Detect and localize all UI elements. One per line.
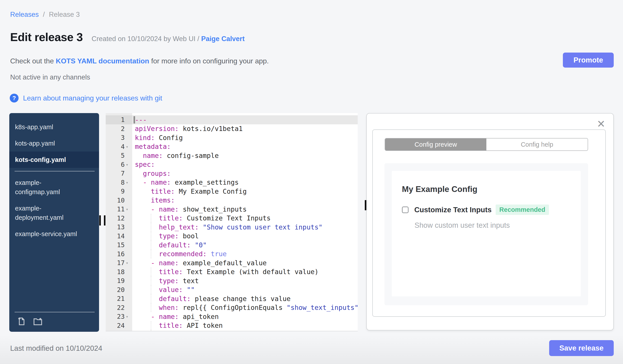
channel-status: Not active in any channels (10, 73, 90, 81)
promote-button[interactable]: Promote (563, 53, 614, 68)
code-line[interactable]: 25 type: password (106, 330, 358, 331)
code-line[interactable]: 4▾metadata: (106, 142, 358, 151)
tree-divider (15, 171, 95, 171)
author-link[interactable]: Paige Calvert (201, 35, 245, 43)
file-tree-item[interactable]: example-configmap.yaml (9, 175, 99, 200)
file-tree-item[interactable]: kots-config.yaml (9, 152, 99, 168)
code-line[interactable]: 2apiVersion: kots.io/v1beta1 (106, 124, 358, 133)
line-number: 1 (106, 115, 132, 124)
file-tree-bottom-group: example-configmap.yamlexample-deployment… (9, 175, 99, 242)
fold-arrow-icon[interactable]: ▾ (125, 261, 132, 265)
code-text: recommended: true (132, 250, 358, 259)
line-number: 25 (106, 330, 132, 331)
kots-yaml-doc-link[interactable]: KOTS YAML documentation (56, 57, 149, 65)
line-number: 4▾ (106, 142, 132, 151)
page-title: Edit release 3 (10, 30, 83, 44)
save-release-button[interactable]: Save release (549, 340, 614, 356)
code-text: - name: example_settings (132, 178, 358, 187)
line-number: 18 (106, 267, 132, 277)
code-text: --- (132, 115, 358, 124)
code-line[interactable]: 16 recommended: true (106, 250, 358, 259)
code-text: - name: example_default_value (132, 258, 358, 267)
code-text: when: repl{{ ConfigOptionEquals "show_te… (132, 303, 358, 312)
config-item-row: Customize Text Inputs Recommended (402, 204, 572, 215)
code-line[interactable]: 10 items: (106, 196, 358, 205)
line-number: 5 (106, 151, 132, 160)
code-line[interactable]: 3kind: Config (106, 133, 358, 142)
file-tree-item[interactable]: k8s-app.yaml (9, 119, 99, 135)
code-text: type: password (132, 330, 358, 331)
created-text: Created on 10/10/2024 by Web UI / (91, 35, 201, 43)
file-tree-item[interactable]: example-deployment.yaml (9, 200, 99, 226)
code-line[interactable]: 23▾ - name: api_token (106, 312, 358, 321)
code-line[interactable]: 1--- (106, 115, 358, 124)
code-line[interactable]: 9 title: My Example Config (106, 187, 358, 196)
yaml-code-editor[interactable]: 1---2apiVersion: kots.io/v1beta13kind: C… (106, 113, 358, 331)
code-text: title: Text Example (with default value) (132, 267, 358, 277)
code-text: type: bool (132, 232, 358, 241)
code-text: kind: Config (132, 133, 358, 142)
tab-config-help[interactable]: Config help (486, 139, 588, 150)
line-number: 23▾ (106, 312, 132, 321)
code-text: default: please change this value (132, 294, 358, 303)
code-line[interactable]: 11▾ - name: show_text_inputs (106, 205, 358, 214)
sidebar-editor-resize-handle[interactable] (99, 215, 106, 225)
code-line[interactable]: 20 value: "" (106, 285, 358, 294)
close-icon[interactable]: ✕ (597, 119, 605, 129)
code-line[interactable]: 5 name: config-sample (106, 151, 358, 160)
code-text: title: My Example Config (132, 187, 358, 196)
code-line[interactable]: 22 when: repl{{ ConfigOptionEquals "show… (106, 303, 358, 312)
code-text: value: "" (132, 285, 358, 294)
line-number: 10 (106, 196, 132, 205)
code-line[interactable]: 24 title: API token (106, 321, 358, 330)
code-line[interactable]: 6▾spec: (106, 160, 358, 169)
breadcrumb-releases-link[interactable]: Releases (10, 11, 39, 18)
config-preview-viewport: My Example Config Customize Text Inputs … (384, 163, 588, 305)
code-line[interactable]: 14 type: bool (106, 232, 358, 241)
code-line[interactable]: 19 type: text (106, 276, 358, 285)
line-number: 24 (106, 321, 132, 330)
git-help-row: ? Learn about managing your releases wit… (10, 94, 162, 102)
fold-arrow-icon[interactable]: ▾ (125, 314, 132, 319)
code-line[interactable]: 18 title: Text Example (with default val… (106, 267, 358, 277)
line-number: 19 (106, 276, 132, 285)
fold-arrow-icon[interactable]: ▾ (125, 180, 132, 185)
config-preview-inner: Config preview Config help My Example Co… (372, 129, 606, 317)
config-preview-panel: ✕ Config preview Config help My Example … (366, 113, 614, 330)
code-lines: 1---2apiVersion: kots.io/v1beta13kind: C… (106, 115, 358, 331)
tree-footer (9, 309, 99, 327)
line-number: 21 (106, 294, 132, 303)
customize-text-inputs-checkbox[interactable] (402, 206, 409, 213)
last-modified-text: Last modified on 10/10/2024 (10, 344, 102, 352)
line-number: 6▾ (106, 160, 132, 169)
config-form-card: My Example Config Customize Text Inputs … (392, 171, 581, 296)
new-folder-icon[interactable] (33, 316, 43, 327)
fold-arrow-icon[interactable]: ▾ (125, 207, 132, 212)
line-number: 3 (106, 133, 132, 142)
question-icon: ? (10, 94, 19, 102)
code-text: apiVersion: kots.io/v1beta1 (132, 124, 358, 133)
code-line[interactable]: 15 default: "0" (106, 241, 358, 250)
code-text: title: Customize Text Inputs (132, 214, 358, 223)
tab-config-preview[interactable]: Config preview (385, 139, 486, 150)
created-info: Created on 10/10/2024 by Web UI / Paige … (91, 35, 245, 43)
tree-footer-divider (15, 312, 95, 312)
fold-arrow-icon[interactable]: ▾ (125, 144, 132, 149)
file-tree-item[interactable]: example-service.yaml (9, 226, 99, 242)
code-line[interactable]: 21 default: please change this value (106, 294, 358, 303)
fold-arrow-icon[interactable]: ▾ (125, 162, 132, 167)
line-number: 15 (106, 241, 132, 250)
git-releases-link[interactable]: Learn about managing your releases with … (23, 94, 162, 102)
new-file-icon[interactable] (16, 316, 26, 327)
code-line[interactable]: 7 groups: (106, 169, 358, 178)
line-number: 8▾ (106, 178, 132, 187)
code-line[interactable]: 17▾ - name: example_default_value (106, 258, 358, 267)
code-line[interactable]: 12 title: Customize Text Inputs (106, 214, 358, 223)
file-tree-top-group: k8s-app.yamlkots-app.yamlkots-config.yam… (9, 119, 99, 168)
code-line[interactable]: 13 help_text: "Show custom user text inp… (106, 223, 358, 232)
doc-prefix: Check out the (10, 57, 56, 65)
code-line[interactable]: 8▾ - name: example_settings (106, 178, 358, 187)
config-item-help-text: Show custom user text inputs (415, 221, 572, 229)
file-tree-item[interactable]: kots-app.yaml (9, 135, 99, 152)
line-number: 2 (106, 124, 132, 133)
